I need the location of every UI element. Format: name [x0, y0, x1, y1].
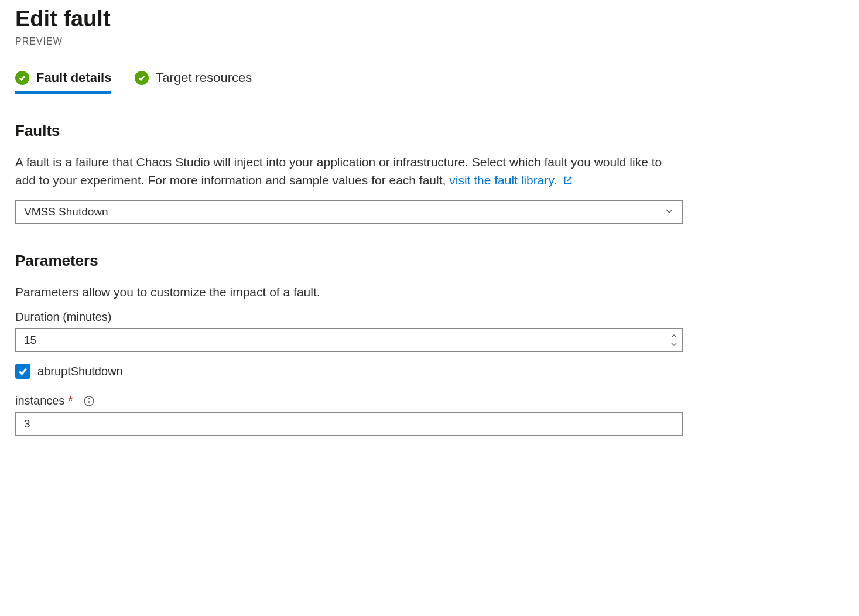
check-circle-icon	[135, 71, 149, 85]
tab-strip: Fault details Target resources	[15, 70, 844, 94]
check-circle-icon	[15, 71, 29, 85]
info-icon[interactable]	[83, 395, 95, 407]
tab-fault-details[interactable]: Fault details	[15, 70, 111, 94]
svg-point-2	[89, 398, 90, 399]
instances-label-row: instances *	[15, 394, 844, 408]
abrupt-shutdown-checkbox[interactable]	[15, 364, 30, 379]
tab-label: Fault details	[36, 70, 111, 85]
duration-field-wrap	[15, 328, 683, 352]
fault-library-link[interactable]: visit the fault library.	[449, 173, 573, 187]
link-text: visit the fault library.	[449, 173, 557, 187]
page-title: Edit fault	[15, 6, 844, 33]
duration-input[interactable]	[15, 328, 683, 352]
parameters-description: Parameters allow you to customize the im…	[15, 283, 683, 302]
duration-label: Duration (minutes)	[15, 310, 844, 324]
faults-description: A fault is a failure that Chaos Studio w…	[15, 153, 683, 191]
spinner-up-button[interactable]	[669, 332, 679, 340]
instances-input[interactable]	[15, 412, 683, 436]
abrupt-shutdown-label: abruptShutdown	[37, 365, 123, 378]
instances-label: instances	[15, 394, 65, 408]
tab-label: Target resources	[156, 70, 252, 85]
abrupt-shutdown-row: abruptShutdown	[15, 364, 844, 379]
external-link-icon	[563, 172, 573, 191]
fault-select[interactable]: VMSS Shutdown	[15, 200, 683, 224]
parameters-heading: Parameters	[15, 252, 844, 270]
spinner-controls	[669, 332, 679, 348]
tab-target-resources[interactable]: Target resources	[135, 70, 252, 94]
fault-select-value: VMSS Shutdown	[24, 206, 108, 218]
required-indicator: *	[69, 394, 73, 408]
faults-heading: Faults	[15, 122, 844, 140]
page-subtitle: PREVIEW	[15, 36, 844, 47]
spinner-down-button[interactable]	[669, 340, 679, 348]
chevron-down-icon	[665, 206, 674, 218]
